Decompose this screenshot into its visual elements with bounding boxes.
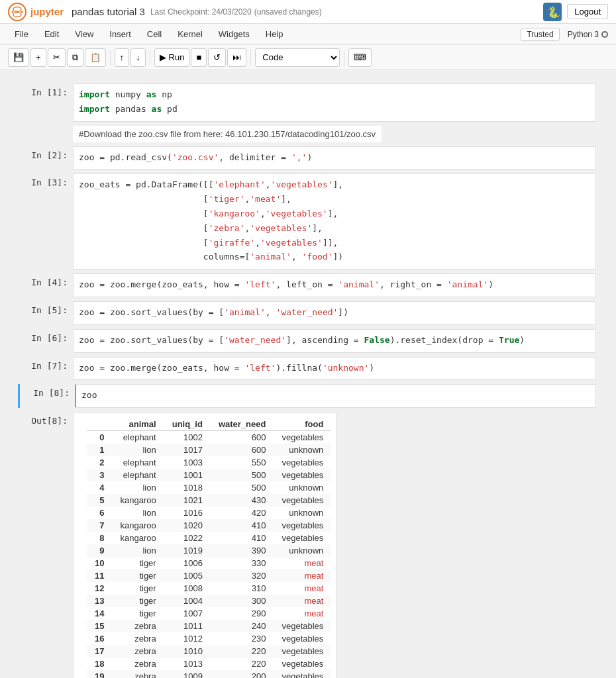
svg-point-4 bbox=[21, 11, 23, 13]
table-cell: 1012 bbox=[164, 632, 211, 645]
row-index: 17 bbox=[87, 645, 112, 657]
table-cell: meat bbox=[274, 595, 331, 607]
cell-1-label: In [1]: bbox=[20, 83, 73, 122]
table-cell: vegetables bbox=[274, 456, 331, 469]
restart-button[interactable]: ↺ bbox=[208, 48, 226, 67]
table-row: 1lion1017600unknown bbox=[87, 444, 331, 456]
cell-7-content[interactable]: zoo = zoo.merge(zoo_eats, how = 'left').… bbox=[73, 357, 596, 381]
table-cell: tiger bbox=[112, 595, 164, 607]
move-down-button[interactable]: ↓ bbox=[130, 48, 146, 67]
table-row: 3elephant1001500vegetables bbox=[87, 469, 331, 481]
table-cell: 1020 bbox=[164, 519, 211, 532]
checkpoint-text: Last Checkpoint: 24/03/2020 bbox=[150, 7, 252, 17]
unsaved-changes: (unsaved changes) bbox=[254, 7, 322, 17]
move-up-button[interactable]: ↑ bbox=[115, 48, 130, 67]
table-cell: vegetables bbox=[274, 670, 331, 678]
col-header-uniq-id: uniq_id bbox=[164, 418, 211, 431]
table-header-row: animal uniq_id water_need food bbox=[87, 418, 331, 431]
table-row: 8kangaroo1022410vegetables bbox=[87, 532, 331, 544]
plus-icon: + bbox=[36, 52, 41, 62]
table-row: 19zebra1009200vegetables bbox=[87, 670, 331, 678]
cell-8-code: zoo bbox=[81, 390, 97, 400]
table-cell: 1018 bbox=[164, 481, 211, 494]
cell-4-content[interactable]: zoo = zoo.merge(zoo_eats, how = 'left', … bbox=[73, 273, 596, 297]
toolbar-sep-2 bbox=[150, 50, 150, 66]
row-index: 15 bbox=[87, 620, 112, 632]
menu-kernel[interactable]: Kernel bbox=[171, 26, 209, 42]
col-header-water-need: water_need bbox=[211, 418, 274, 431]
keyboard-icon: ⌨ bbox=[354, 52, 366, 62]
table-row: 4lion1018500unknown bbox=[87, 481, 331, 494]
copy-button[interactable]: ⧉ bbox=[67, 48, 83, 67]
table-cell: vegetables bbox=[274, 519, 331, 532]
row-index: 2 bbox=[87, 456, 112, 469]
table-cell: 500 bbox=[211, 469, 274, 481]
row-index: 0 bbox=[87, 431, 112, 444]
cell-8-content[interactable]: zoo bbox=[75, 384, 596, 408]
table-row: 6lion1016420unknown bbox=[87, 507, 331, 519]
cell-type-select[interactable]: Code Markdown Raw NBConvert bbox=[255, 48, 340, 67]
toolbar-sep-4 bbox=[344, 50, 344, 66]
menu-view[interactable]: View bbox=[68, 26, 100, 42]
table-cell: 430 bbox=[211, 494, 274, 507]
cell-7-wrapper: In [7]: zoo = zoo.merge(zoo_eats, how = … bbox=[20, 357, 596, 381]
table-cell: vegetables bbox=[274, 469, 331, 481]
col-header-index bbox=[87, 418, 112, 431]
table-cell: 1016 bbox=[164, 507, 211, 519]
paste-button[interactable]: 📋 bbox=[85, 48, 106, 67]
menu-cell[interactable]: Cell bbox=[140, 26, 168, 42]
cell-3-label: In [3]: bbox=[20, 173, 73, 269]
save-button[interactable]: 💾 bbox=[8, 48, 29, 67]
cell-3-content[interactable]: zoo_eats = pd.DataFrame([['elephant','ve… bbox=[73, 173, 596, 269]
row-index: 11 bbox=[87, 569, 112, 582]
run-button[interactable]: ▶ Run bbox=[154, 48, 190, 67]
cell-2-content[interactable]: zoo = pd.read_csv('zoo.csv', delimiter =… bbox=[73, 146, 596, 170]
cell-5-content[interactable]: zoo = zoo.sort_values(by = ['animal', 'w… bbox=[73, 301, 596, 325]
table-cell: 410 bbox=[211, 519, 274, 532]
output-8-content: animal uniq_id water_need food 0elephant… bbox=[73, 412, 337, 678]
table-cell: lion bbox=[112, 481, 164, 494]
cell-1-code: import numpy as npimport pandas as pd bbox=[79, 89, 178, 114]
menu-widgets[interactable]: Widgets bbox=[212, 26, 256, 42]
menu-help[interactable]: Help bbox=[259, 26, 290, 42]
logout-button[interactable]: Logout bbox=[567, 4, 608, 19]
table-cell: lion bbox=[112, 544, 164, 557]
cell-6-content[interactable]: zoo = zoo.sort_values(by = ['water_need'… bbox=[73, 329, 596, 353]
menu-insert[interactable]: Insert bbox=[103, 26, 138, 42]
table-cell: unknown bbox=[274, 544, 331, 557]
arrow-up-icon: ↑ bbox=[120, 52, 125, 62]
menu-file[interactable]: File bbox=[8, 26, 35, 42]
table-cell: kangaroo bbox=[112, 519, 164, 532]
table-row: 16zebra1012230vegetables bbox=[87, 632, 331, 645]
table-cell: 200 bbox=[211, 670, 274, 678]
table-cell: 410 bbox=[211, 532, 274, 544]
row-index: 6 bbox=[87, 507, 112, 519]
paste-icon: 📋 bbox=[90, 52, 101, 62]
table-cell: 1010 bbox=[164, 645, 211, 657]
cell-8-wrapper: In [8]: zoo bbox=[18, 384, 596, 408]
table-cell: kangaroo bbox=[112, 532, 164, 544]
cell-4-code: zoo = zoo.merge(zoo_eats, how = 'left', … bbox=[79, 279, 493, 289]
table-row: 10tiger1006330meat bbox=[87, 557, 331, 569]
col-header-animal: animal bbox=[112, 418, 164, 431]
kernel-info: Python 3 bbox=[568, 30, 608, 39]
row-index: 19 bbox=[87, 670, 112, 678]
col-header-food: food bbox=[274, 418, 331, 431]
row-index: 9 bbox=[87, 544, 112, 557]
table-cell: 330 bbox=[211, 557, 274, 569]
row-index: 4 bbox=[87, 481, 112, 494]
cell-5-wrapper: In [5]: zoo = zoo.sort_values(by = ['ani… bbox=[20, 301, 596, 325]
menu-edit[interactable]: Edit bbox=[38, 26, 66, 42]
table-cell: 310 bbox=[211, 582, 274, 595]
cell-1-content[interactable]: import numpy as npimport pandas as pd bbox=[73, 83, 596, 122]
add-cell-button[interactable]: + bbox=[30, 48, 46, 67]
keyboard-shortcuts-button[interactable]: ⌨ bbox=[348, 48, 372, 67]
table-cell: zebra bbox=[112, 670, 164, 678]
cut-button[interactable]: ✂ bbox=[48, 48, 66, 67]
table-cell: 550 bbox=[211, 456, 274, 469]
table-row: 9lion1019390unknown bbox=[87, 544, 331, 557]
restart-run-all-button[interactable]: ⏭ bbox=[227, 48, 246, 67]
table-cell: unknown bbox=[274, 444, 331, 456]
stop-button[interactable]: ■ bbox=[191, 48, 207, 67]
table-cell: 300 bbox=[211, 595, 274, 607]
